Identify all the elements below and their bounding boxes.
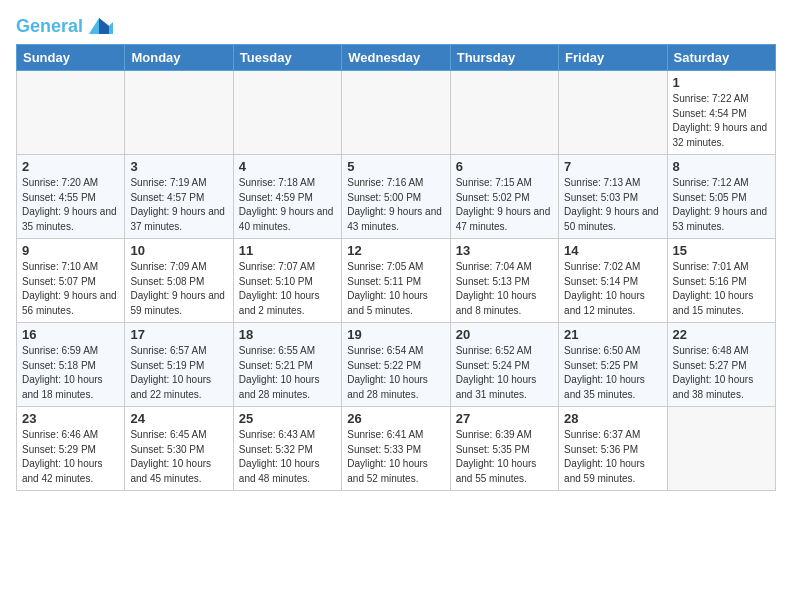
day-number: 20 (456, 327, 553, 342)
calendar-cell: 7Sunrise: 7:13 AM Sunset: 5:03 PM Daylig… (559, 155, 667, 239)
day-number: 9 (22, 243, 119, 258)
day-info: Sunrise: 7:18 AM Sunset: 4:59 PM Dayligh… (239, 176, 336, 234)
calendar-cell: 2Sunrise: 7:20 AM Sunset: 4:55 PM Daylig… (17, 155, 125, 239)
day-number: 11 (239, 243, 336, 258)
day-info: Sunrise: 7:02 AM Sunset: 5:14 PM Dayligh… (564, 260, 661, 318)
day-info: Sunrise: 7:16 AM Sunset: 5:00 PM Dayligh… (347, 176, 444, 234)
logo-icon (85, 16, 113, 36)
day-number: 18 (239, 327, 336, 342)
calendar-cell: 12Sunrise: 7:05 AM Sunset: 5:11 PM Dayli… (342, 239, 450, 323)
calendar-cell: 24Sunrise: 6:45 AM Sunset: 5:30 PM Dayli… (125, 407, 233, 491)
calendar-cell: 3Sunrise: 7:19 AM Sunset: 4:57 PM Daylig… (125, 155, 233, 239)
calendar-week-row: 1Sunrise: 7:22 AM Sunset: 4:54 PM Daylig… (17, 71, 776, 155)
calendar-cell: 18Sunrise: 6:55 AM Sunset: 5:21 PM Dayli… (233, 323, 341, 407)
svg-marker-1 (99, 18, 109, 34)
calendar-cell (233, 71, 341, 155)
calendar-cell (125, 71, 233, 155)
day-number: 16 (22, 327, 119, 342)
day-number: 24 (130, 411, 227, 426)
calendar-week-row: 23Sunrise: 6:46 AM Sunset: 5:29 PM Dayli… (17, 407, 776, 491)
day-number: 23 (22, 411, 119, 426)
day-info: Sunrise: 6:54 AM Sunset: 5:22 PM Dayligh… (347, 344, 444, 402)
day-number: 22 (673, 327, 770, 342)
day-info: Sunrise: 6:46 AM Sunset: 5:29 PM Dayligh… (22, 428, 119, 486)
day-number: 3 (130, 159, 227, 174)
calendar-cell: 4Sunrise: 7:18 AM Sunset: 4:59 PM Daylig… (233, 155, 341, 239)
day-info: Sunrise: 7:07 AM Sunset: 5:10 PM Dayligh… (239, 260, 336, 318)
calendar-cell (559, 71, 667, 155)
day-number: 17 (130, 327, 227, 342)
day-number: 4 (239, 159, 336, 174)
day-info: Sunrise: 6:43 AM Sunset: 5:32 PM Dayligh… (239, 428, 336, 486)
day-number: 21 (564, 327, 661, 342)
day-number: 10 (130, 243, 227, 258)
calendar-cell: 16Sunrise: 6:59 AM Sunset: 5:18 PM Dayli… (17, 323, 125, 407)
weekday-header-sunday: Sunday (17, 45, 125, 71)
calendar-cell: 25Sunrise: 6:43 AM Sunset: 5:32 PM Dayli… (233, 407, 341, 491)
calendar-header-row: SundayMondayTuesdayWednesdayThursdayFrid… (17, 45, 776, 71)
calendar-cell: 15Sunrise: 7:01 AM Sunset: 5:16 PM Dayli… (667, 239, 775, 323)
day-number: 28 (564, 411, 661, 426)
day-number: 8 (673, 159, 770, 174)
day-number: 5 (347, 159, 444, 174)
day-info: Sunrise: 7:15 AM Sunset: 5:02 PM Dayligh… (456, 176, 553, 234)
weekday-header-monday: Monday (125, 45, 233, 71)
calendar-week-row: 16Sunrise: 6:59 AM Sunset: 5:18 PM Dayli… (17, 323, 776, 407)
logo-text: General (16, 17, 83, 35)
calendar-cell: 17Sunrise: 6:57 AM Sunset: 5:19 PM Dayli… (125, 323, 233, 407)
calendar-week-row: 2Sunrise: 7:20 AM Sunset: 4:55 PM Daylig… (17, 155, 776, 239)
day-number: 25 (239, 411, 336, 426)
day-number: 26 (347, 411, 444, 426)
calendar-cell: 28Sunrise: 6:37 AM Sunset: 5:36 PM Dayli… (559, 407, 667, 491)
day-number: 14 (564, 243, 661, 258)
day-info: Sunrise: 7:20 AM Sunset: 4:55 PM Dayligh… (22, 176, 119, 234)
calendar-cell: 11Sunrise: 7:07 AM Sunset: 5:10 PM Dayli… (233, 239, 341, 323)
calendar-cell: 5Sunrise: 7:16 AM Sunset: 5:00 PM Daylig… (342, 155, 450, 239)
day-number: 6 (456, 159, 553, 174)
day-info: Sunrise: 6:55 AM Sunset: 5:21 PM Dayligh… (239, 344, 336, 402)
weekday-header-saturday: Saturday (667, 45, 775, 71)
calendar-cell: 1Sunrise: 7:22 AM Sunset: 4:54 PM Daylig… (667, 71, 775, 155)
day-info: Sunrise: 6:52 AM Sunset: 5:24 PM Dayligh… (456, 344, 553, 402)
day-number: 15 (673, 243, 770, 258)
calendar-cell (450, 71, 558, 155)
calendar-cell: 19Sunrise: 6:54 AM Sunset: 5:22 PM Dayli… (342, 323, 450, 407)
day-number: 27 (456, 411, 553, 426)
calendar-cell (17, 71, 125, 155)
day-info: Sunrise: 7:19 AM Sunset: 4:57 PM Dayligh… (130, 176, 227, 234)
day-number: 19 (347, 327, 444, 342)
day-info: Sunrise: 7:09 AM Sunset: 5:08 PM Dayligh… (130, 260, 227, 318)
day-info: Sunrise: 6:39 AM Sunset: 5:35 PM Dayligh… (456, 428, 553, 486)
day-info: Sunrise: 6:48 AM Sunset: 5:27 PM Dayligh… (673, 344, 770, 402)
calendar-cell: 26Sunrise: 6:41 AM Sunset: 5:33 PM Dayli… (342, 407, 450, 491)
day-info: Sunrise: 7:13 AM Sunset: 5:03 PM Dayligh… (564, 176, 661, 234)
calendar-cell (667, 407, 775, 491)
day-info: Sunrise: 7:01 AM Sunset: 5:16 PM Dayligh… (673, 260, 770, 318)
day-info: Sunrise: 6:59 AM Sunset: 5:18 PM Dayligh… (22, 344, 119, 402)
day-info: Sunrise: 7:04 AM Sunset: 5:13 PM Dayligh… (456, 260, 553, 318)
day-number: 13 (456, 243, 553, 258)
day-number: 2 (22, 159, 119, 174)
day-number: 12 (347, 243, 444, 258)
day-info: Sunrise: 7:22 AM Sunset: 4:54 PM Dayligh… (673, 92, 770, 150)
calendar-cell: 22Sunrise: 6:48 AM Sunset: 5:27 PM Dayli… (667, 323, 775, 407)
calendar-cell: 21Sunrise: 6:50 AM Sunset: 5:25 PM Dayli… (559, 323, 667, 407)
calendar-cell: 14Sunrise: 7:02 AM Sunset: 5:14 PM Dayli… (559, 239, 667, 323)
day-number: 7 (564, 159, 661, 174)
weekday-header-wednesday: Wednesday (342, 45, 450, 71)
day-info: Sunrise: 7:10 AM Sunset: 5:07 PM Dayligh… (22, 260, 119, 318)
day-info: Sunrise: 6:41 AM Sunset: 5:33 PM Dayligh… (347, 428, 444, 486)
calendar-cell: 8Sunrise: 7:12 AM Sunset: 5:05 PM Daylig… (667, 155, 775, 239)
day-info: Sunrise: 7:05 AM Sunset: 5:11 PM Dayligh… (347, 260, 444, 318)
calendar-cell: 10Sunrise: 7:09 AM Sunset: 5:08 PM Dayli… (125, 239, 233, 323)
day-info: Sunrise: 6:37 AM Sunset: 5:36 PM Dayligh… (564, 428, 661, 486)
weekday-header-thursday: Thursday (450, 45, 558, 71)
day-info: Sunrise: 7:12 AM Sunset: 5:05 PM Dayligh… (673, 176, 770, 234)
calendar-cell (342, 71, 450, 155)
calendar-cell: 23Sunrise: 6:46 AM Sunset: 5:29 PM Dayli… (17, 407, 125, 491)
calendar-cell: 27Sunrise: 6:39 AM Sunset: 5:35 PM Dayli… (450, 407, 558, 491)
weekday-header-friday: Friday (559, 45, 667, 71)
calendar-week-row: 9Sunrise: 7:10 AM Sunset: 5:07 PM Daylig… (17, 239, 776, 323)
calendar-table: SundayMondayTuesdayWednesdayThursdayFrid… (16, 44, 776, 491)
weekday-header-tuesday: Tuesday (233, 45, 341, 71)
